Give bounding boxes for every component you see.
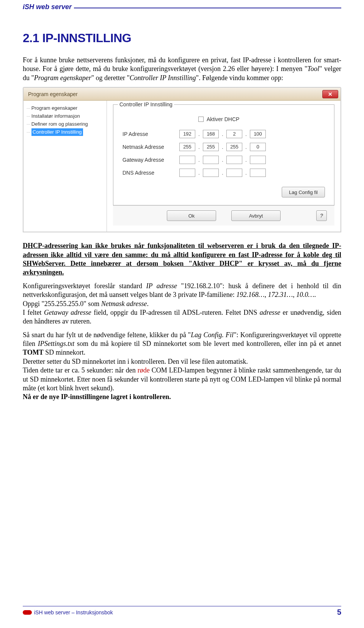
close-icon: ✕ (328, 91, 333, 97)
saved-confirmation: Nå er de nye IP-innstillingene lagret i … (23, 393, 171, 401)
ip-octet-3[interactable]: 2 (226, 130, 242, 138)
intro-text: " og deretter " (91, 74, 130, 82)
row-dns: DNS Adresse . . . (122, 169, 325, 177)
gateway-term: Getaway adresse (44, 309, 91, 316)
dns-octet-3[interactable] (226, 169, 242, 177)
netmask-term: Netmask adresse (101, 300, 147, 308)
dhcp-warning: DHCP-adressering kan ikke brukes når fun… (23, 241, 341, 277)
footer-text: iSH web server – Instruksjonsbok (34, 609, 113, 615)
lag-config-term: Lag Config. Fil (191, 331, 234, 339)
fieldset-ip: Controller IP Innstilling Aktiver DHCP I… (113, 104, 334, 205)
ok-button[interactable]: Ok (167, 210, 216, 221)
text: Konfigureringsverktøyet foreslår standar… (23, 282, 146, 290)
tree-item-controller-ip[interactable]: Controller IP Innstilling (27, 128, 104, 136)
ipsettings-file: IPSettings.txt (38, 340, 74, 347)
dns-term: adresse (260, 309, 280, 316)
netmask-octet-1[interactable]: 255 (179, 143, 195, 151)
gateway-octet-1[interactable] (179, 156, 195, 164)
help-button[interactable]: ? (316, 210, 327, 221)
label-ip: IP Adresse (122, 131, 179, 137)
page-number: 5 (337, 608, 341, 617)
lag-config-button[interactable]: Lag Config fil (282, 187, 325, 197)
text: I feltet (23, 309, 44, 316)
gateway-octet-2[interactable] (203, 156, 219, 164)
dhcp-row: Aktiver DHCP (198, 116, 325, 122)
tomt-emphasis: TOMT (23, 349, 44, 356)
dialog-body: Program egenskaper Installatør informasj… (24, 101, 340, 232)
tree-item-installator[interactable]: Installatør informasjon (27, 112, 104, 120)
btn-label: Lag Config fil (289, 189, 318, 195)
ip-adresse-term: IP adresse (146, 282, 177, 290)
dns-octet-2[interactable] (203, 169, 219, 177)
btn-label: Ok (188, 213, 195, 219)
btn-label: Avbryt (249, 213, 263, 219)
dialog-program-egenskaper: Program egenskaper ✕ Program egenskaper … (23, 87, 341, 232)
label-dns: DNS Adresse (122, 170, 179, 176)
text: field, oppgir du IP-adressen til ADSL-ru… (91, 309, 260, 316)
header-label: iSH web server (23, 3, 74, 11)
ip-octet-1[interactable]: 192 (179, 130, 195, 138)
text: . (314, 291, 316, 298)
text: Oppgi "255.255.255.0" som (23, 300, 101, 308)
footer-logo-icon (23, 610, 32, 615)
label-netmask: Netmask Adresse (122, 144, 179, 150)
dhcp-label: Aktiver DHCP (207, 116, 239, 122)
tree-label-selected: Controller IP Innstilling (31, 128, 83, 136)
dns-octet-1[interactable] (179, 169, 195, 177)
text: Deretter setter du SD minnekortet inn i … (23, 358, 248, 365)
lag-config-paragraph: Så snart du har fylt ut de nødvendige fe… (23, 331, 341, 402)
row-netmask: Netmask Adresse 255. 255. 255. 0 (122, 143, 325, 151)
dialog-titlebar: Program egenskaper ✕ (24, 88, 340, 101)
tree-item-definer-rom[interactable]: Definer rom og plassering (27, 120, 104, 128)
tree-label: Installatør informasjon (31, 113, 80, 119)
dialog-content: Controller IP Innstilling Aktiver DHCP I… (107, 101, 340, 232)
row-gateway: Gateway Adresse . . . (122, 156, 325, 164)
label-gateway: Gateway Adresse (122, 157, 179, 163)
intro-text: For å gjøre dette, må du bruke konfigure… (42, 65, 307, 73)
dialog-tree: Program egenskaper Installatør informasj… (24, 101, 107, 232)
netmask-octet-2[interactable]: 255 (203, 143, 219, 151)
netmask-octet-4[interactable]: 0 (250, 143, 266, 151)
text: Tiden dette tar er ca. 5 sekunder: når d… (23, 366, 138, 374)
page-footer: iSH web server – Instruksjonsbok 5 (23, 606, 341, 617)
ip-families: 192.168…, 172.31…, 10.0… (236, 291, 314, 298)
fieldset-legend: Controller IP Innstilling (118, 101, 174, 107)
tree-label: Program egenskaper (31, 105, 77, 111)
ip-octet-4[interactable]: 100 (250, 130, 266, 138)
text: Så snart du har fylt ut de nødvendige fe… (23, 331, 191, 339)
dialog-footer: Ok Avbryt ? (113, 205, 334, 226)
red-led-text: røde (138, 366, 150, 374)
dialog-title: Program egenskaper (28, 91, 78, 97)
dhcp-checkbox[interactable] (198, 117, 204, 122)
dns-octet-4[interactable] (250, 169, 266, 177)
ip-octet-2[interactable]: 168 (203, 130, 219, 138)
tree-item-program[interactable]: Program egenskaper (27, 104, 104, 112)
intro-paragraph: For å kunne bruke nettserverens funksjon… (23, 56, 341, 82)
row-ip: IP Adresse 192. 168. 2. 100 (122, 130, 325, 138)
text: som du må kopiere til SD minnekortet som… (74, 340, 341, 347)
text: SD minnekort. (44, 349, 86, 356)
menu-controller-ip: Controller IP Innstilling (130, 74, 196, 82)
menu-program: Program egenskaper (34, 74, 91, 82)
gateway-octet-4[interactable] (250, 156, 266, 164)
netmask-octet-3[interactable]: 255 (226, 143, 242, 151)
tree-label: Definer rom og plassering (31, 121, 88, 127)
page-header: iSH web server (23, 8, 341, 8)
cancel-button[interactable]: Avbryt (231, 210, 281, 221)
intro-text: ". Følgende vindu kommer opp: (196, 74, 283, 82)
close-button[interactable]: ✕ (322, 90, 338, 98)
section-title: 2.1 IP-INNSTILLING (23, 31, 341, 45)
text: . (147, 300, 149, 308)
menu-tool: Tool (308, 65, 319, 73)
gateway-octet-3[interactable] (226, 156, 242, 164)
ip-suggestion-paragraph: Konfigureringsverktøyet foreslår standar… (23, 282, 341, 326)
help-icon: ? (320, 213, 323, 219)
